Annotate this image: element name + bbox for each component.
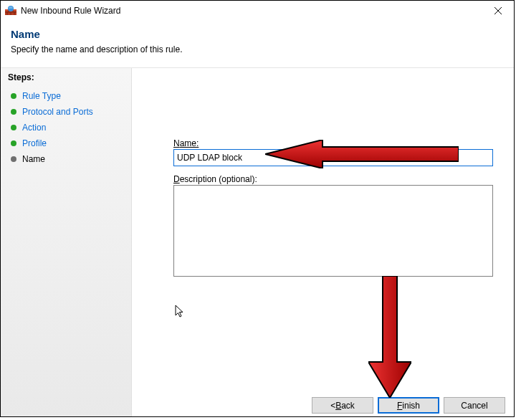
step-label: Action bbox=[22, 123, 46, 133]
step-label: Protocol and Ports bbox=[22, 107, 93, 117]
step-label: Profile bbox=[22, 138, 47, 148]
step-action[interactable]: Action bbox=[1, 120, 131, 135]
step-name[interactable]: Name bbox=[1, 151, 131, 167]
mouse-cursor-icon bbox=[175, 305, 186, 321]
close-icon bbox=[494, 7, 502, 14]
name-label: Name: bbox=[173, 138, 199, 148]
cancel-button[interactable]: Cancel bbox=[444, 397, 505, 414]
bullet-done-icon bbox=[11, 109, 16, 115]
step-rule-type[interactable]: Rule Type bbox=[1, 88, 131, 104]
description-label: Description (optional): bbox=[173, 174, 257, 184]
main-panel: Name: Description (optional): < Back Fin… bbox=[132, 68, 514, 417]
bullet-done-icon bbox=[11, 125, 16, 130]
name-input[interactable] bbox=[173, 149, 493, 166]
header: Name Specify the name and description of… bbox=[1, 21, 514, 67]
back-button[interactable]: < Back bbox=[312, 397, 373, 414]
description-textarea[interactable] bbox=[173, 185, 493, 277]
mnemonic-letter: D bbox=[173, 174, 180, 184]
firewall-icon bbox=[5, 5, 16, 16]
title-bar: New Inbound Rule Wizard bbox=[1, 1, 514, 21]
steps-list: Rule Type Protocol and Ports Action Prof… bbox=[1, 88, 131, 167]
step-protocol-and-ports[interactable]: Protocol and Ports bbox=[1, 104, 131, 120]
window-title: New Inbound Rule Wizard bbox=[21, 6, 482, 16]
bullet-done-icon bbox=[11, 93, 16, 99]
mnemonic-letter: N bbox=[173, 138, 180, 148]
steps-sidebar: Steps: Rule Type Protocol and Ports Acti… bbox=[1, 68, 132, 417]
steps-heading: Steps: bbox=[1, 71, 131, 85]
step-profile[interactable]: Profile bbox=[1, 135, 131, 151]
bullet-current-icon bbox=[11, 156, 16, 162]
step-label: Rule Type bbox=[22, 91, 61, 101]
page-subtitle: Specify the name and description of this… bbox=[11, 44, 504, 54]
button-row: < Back Finish Cancel bbox=[312, 397, 505, 414]
page-title: Name bbox=[11, 28, 504, 40]
finish-button[interactable]: Finish bbox=[378, 397, 439, 414]
step-label: Name bbox=[22, 154, 45, 164]
close-button[interactable] bbox=[482, 1, 514, 21]
content-area: Steps: Rule Type Protocol and Ports Acti… bbox=[1, 67, 514, 417]
bullet-done-icon bbox=[11, 140, 16, 146]
annotation-arrow-finish bbox=[368, 276, 411, 398]
wizard-window: New Inbound Rule Wizard Name Specify the… bbox=[0, 0, 515, 417]
